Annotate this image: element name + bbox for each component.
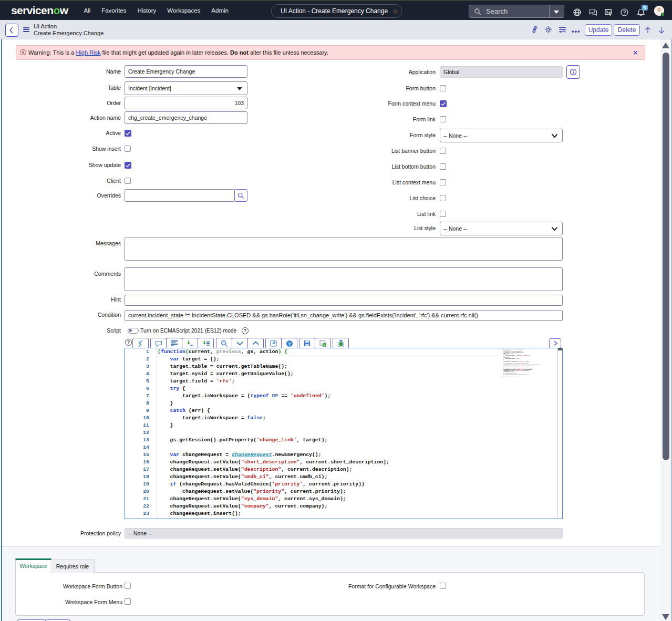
svg-text:ac: ac: [190, 344, 194, 347]
svg-text:?: ?: [288, 341, 291, 346]
